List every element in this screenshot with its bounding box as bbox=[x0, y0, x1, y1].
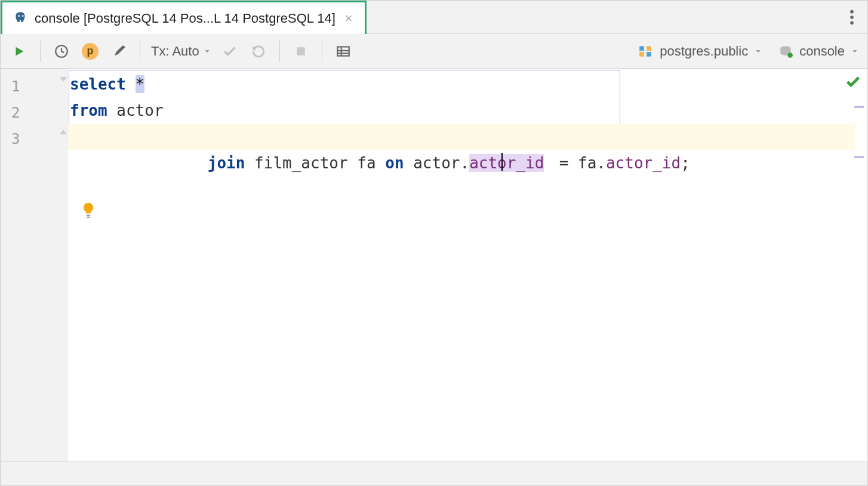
intention-bulb-icon[interactable] bbox=[82, 150, 156, 272]
sql-editor[interactable]: 1 2 3 select * from actor join film_acto… bbox=[1, 69, 867, 462]
fold-handle-icon[interactable] bbox=[59, 75, 68, 84]
session-selector[interactable]: console bbox=[778, 44, 859, 59]
svg-rect-14 bbox=[87, 214, 90, 216]
svg-point-1 bbox=[22, 15, 24, 17]
settings-button[interactable] bbox=[109, 41, 129, 61]
error-stripe-mark[interactable] bbox=[854, 106, 864, 108]
editor-tab-bar: console [PostgreSQL 14 Pos...L 14 Postgr… bbox=[1, 1, 867, 34]
datasource-icon bbox=[778, 45, 793, 58]
stop-button[interactable] bbox=[291, 41, 311, 61]
svg-rect-15 bbox=[87, 217, 90, 218]
commit-button[interactable] bbox=[220, 41, 240, 61]
status-bar bbox=[1, 462, 867, 485]
line-number: 2 bbox=[11, 100, 29, 126]
more-menu-button[interactable] bbox=[836, 1, 867, 33]
editor-gutter: 1 2 3 bbox=[1, 69, 67, 462]
svg-point-4 bbox=[850, 21, 854, 24]
rollback-button[interactable] bbox=[248, 41, 269, 61]
line-number: 3 bbox=[11, 126, 29, 152]
svg-rect-8 bbox=[639, 46, 644, 51]
run-button[interactable] bbox=[9, 41, 29, 61]
text-caret bbox=[501, 153, 503, 171]
svg-point-13 bbox=[787, 53, 793, 58]
svg-point-3 bbox=[850, 16, 854, 19]
svg-rect-6 bbox=[297, 47, 304, 55]
close-icon[interactable]: × bbox=[345, 11, 353, 26]
tab-title: console [PostgreSQL 14 Pos...L 14 Postgr… bbox=[35, 11, 335, 26]
code-line: from actor bbox=[70, 97, 867, 124]
svg-rect-10 bbox=[639, 52, 644, 57]
schema-selector[interactable]: postgres.public bbox=[638, 44, 762, 59]
code-line-current: join film_actor fa on actor.actor_id = f… bbox=[67, 124, 855, 150]
postgres-icon bbox=[13, 11, 29, 26]
editor-tab-console[interactable]: console [PostgreSQL 14 Pos...L 14 Postgr… bbox=[1, 1, 367, 34]
history-button[interactable] bbox=[51, 41, 72, 61]
view-as-table-button[interactable] bbox=[333, 41, 353, 61]
playground-badge[interactable]: p bbox=[80, 41, 100, 61]
svg-rect-11 bbox=[647, 52, 651, 57]
sql-toolbar: p Tx: Auto postgres.public console bbox=[1, 34, 867, 69]
analysis-ok-icon[interactable] bbox=[845, 73, 861, 90]
svg-point-0 bbox=[18, 15, 20, 17]
schema-icon bbox=[638, 45, 654, 58]
line-number: 1 bbox=[11, 73, 29, 100]
code-line: select * bbox=[70, 71, 867, 97]
svg-point-2 bbox=[850, 10, 854, 13]
fold-handle-icon[interactable] bbox=[59, 127, 68, 137]
tx-mode-dropdown[interactable]: Tx: Auto bbox=[151, 44, 211, 59]
error-stripe-mark[interactable] bbox=[854, 156, 864, 158]
svg-rect-9 bbox=[647, 46, 651, 51]
editor-code-area[interactable]: select * from actor join film_actor fa o… bbox=[67, 69, 867, 462]
